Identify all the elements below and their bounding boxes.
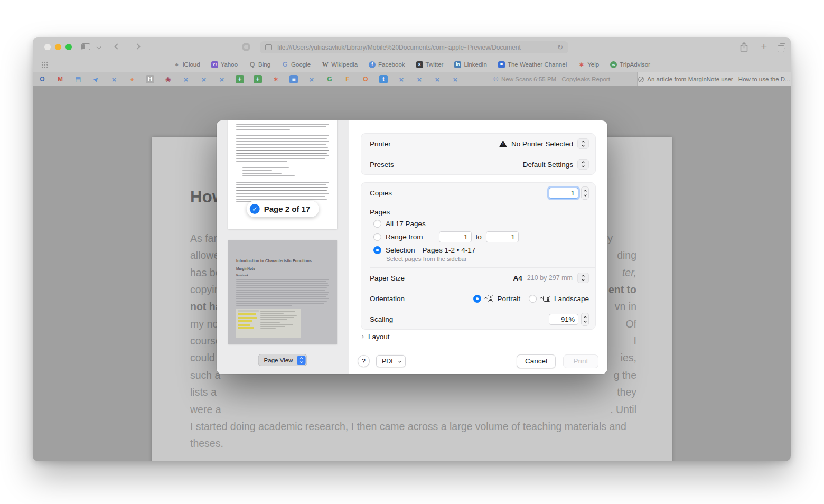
thumbnail-screenshot [236,309,301,338]
new-tab-icon[interactable]: + [761,40,767,53]
radio-all-pages[interactable] [373,220,381,228]
pinned-tab-site-x[interactable]: × [397,75,406,83]
pinned-tab-site-x[interactable]: × [451,75,460,83]
paper-size-value: A4 [513,274,522,282]
print-button[interactable]: Print [563,354,598,368]
text-line-placeholder [236,126,326,127]
text-line-placeholder [236,147,328,148]
pinned-tab-orange-dot[interactable]: ● [128,75,136,83]
page-indicator-text: Page 2 of 17 [264,204,311,213]
text-line-placeholder [236,290,325,291]
scaling-stepper[interactable] [581,313,589,326]
address-bar[interactable]: file:///Users/yuliiasavliuk/Library/Mobi… [260,41,568,53]
icloud-icon: ● [173,61,180,68]
tab-title: New Scans 6:55 PM - Copyleaks Report [501,76,610,82]
favorite-linkedin[interactable]: inLinkedIn [454,61,486,68]
presets-stepper[interactable] [577,159,589,170]
sidebar-toggle-icon[interactable] [81,43,90,50]
cancel-button[interactable]: Cancel [517,354,556,368]
favorite-google[interactable]: GGoogle [282,61,311,68]
selection-value: Pages 1-2 • 4-17 [423,246,476,254]
range-from-input[interactable]: 1 [439,231,472,242]
back-icon[interactable] [114,43,120,49]
text-line-placeholder [236,138,327,139]
text-line-placeholder [242,167,289,168]
close-window-button[interactable] [44,44,51,50]
pinned-tab-green-plus[interactable]: + [236,75,244,83]
favorite-tripadvisor[interactable]: ∞TripAdvisor [610,61,650,68]
range-label: Range from [386,233,423,241]
text-line-placeholder [260,317,294,318]
paper-size-stepper[interactable] [577,273,589,283]
copies-stepper[interactable] [581,186,589,200]
extension-icon[interactable] [242,43,250,51]
scaling-input[interactable]: 91% [549,314,578,325]
printer-stepper[interactable] [577,138,589,149]
text-line-placeholder [260,322,280,323]
radio-landscape[interactable] [529,295,537,303]
favorite-twitter[interactable]: XTwitter [416,61,444,68]
favorite-icloud[interactable]: ●iCloud [173,61,200,68]
minimize-window-button[interactable] [55,44,61,50]
forward-icon[interactable] [134,43,140,49]
pinned-tab-gmail[interactable]: M [56,75,64,83]
pinned-tab-site-x[interactable]: × [307,75,316,83]
favorites-grid-icon[interactable] [41,61,48,68]
help-button[interactable]: ? [358,355,370,367]
pinned-tab-site-x[interactable]: × [218,75,226,83]
pinned-tab-list[interactable]: ≡ [289,75,298,83]
favorite-weather-channel[interactable]: =The Weather Channel [498,61,567,68]
portrait-icon [488,295,493,302]
tab-marginnote-article-active[interactable]: An article from MarginNote user - How to… [637,72,791,86]
wikipedia-icon: W [322,61,329,68]
favorite-wikipedia[interactable]: WWikipedia [322,61,358,68]
pinned-tab-t-square[interactable]: t [379,75,388,83]
website-settings-icon[interactable] [265,44,272,50]
pinned-tab-h-square[interactable]: H [146,75,154,83]
pdf-dropdown-button[interactable]: PDF [376,355,406,367]
tab-copyleaks-report[interactable]: © New Scans 6:55 PM - Copyleaks Report [466,72,637,86]
share-icon[interactable] [739,42,748,54]
pinned-tab-site-x[interactable]: × [110,75,118,83]
pinned-tab-site-x[interactable]: × [182,75,190,83]
favorite-facebook[interactable]: fFacebook [369,61,405,68]
zoom-window-button[interactable] [65,44,72,50]
text-line-placeholder [260,328,276,329]
highlight-row-placeholder [238,324,250,326]
radio-range[interactable] [373,233,381,241]
pinned-tab-plane[interactable]: ▶ [90,73,102,86]
copies-input[interactable]: 1 [549,188,578,199]
pinned-tab-site-x[interactable]: × [433,75,442,83]
tab-overview-icon[interactable] [780,43,785,49]
range-to-input[interactable]: 1 [486,231,519,242]
pinned-tab-f-multi[interactable]: F [343,75,352,83]
favorite-yelp[interactable]: ∗Yelp [578,61,599,68]
favorite-label: LinkedIn [464,61,486,68]
favorites-items: ●iCloudY!YahooQBingGGoogleWWikipediafFac… [64,57,759,72]
layout-disclosure[interactable]: Layout [361,330,390,343]
pinned-tab-opera[interactable]: O [38,75,46,83]
text-line-placeholder [260,321,296,322]
presets-label: Presets [370,161,394,169]
landscape-label: Landscape [554,295,589,303]
pinned-tab-site-x[interactable]: × [415,75,424,83]
radio-portrait[interactable] [473,295,481,303]
preview-thumbnail-page-3[interactable]: Introduction to Characteristic Functions… [228,240,337,344]
favorite-yahoo[interactable]: Y!Yahoo [211,61,238,68]
pinned-tab-green-plus[interactable]: + [254,75,262,83]
pinned-tab-asterisk[interactable]: ∗ [271,75,280,83]
sidebar-chevron-down-icon[interactable] [97,45,101,49]
printer-row: Printer ! No Printer Selected [361,134,595,154]
favorite-bing[interactable]: QBing [249,61,270,68]
pinned-tab-docs[interactable]: ▤ [74,75,82,83]
text-line-placeholder [236,193,329,194]
radio-selection[interactable] [373,246,381,254]
pinned-tab-g-green[interactable]: G [325,75,334,83]
page-view-popup[interactable]: Page View [258,354,307,366]
pinned-tab-o-orange[interactable]: O [361,75,370,83]
pinned-tab-site-x[interactable]: × [200,75,208,83]
pinned-tabs: OM▤▶×●H◉×××++∗≡×GFOt×××× [33,72,466,86]
reload-icon[interactable]: ↻ [557,44,563,51]
pinned-tab-maroon-dot[interactable]: ◉ [164,75,172,83]
text-line-placeholder [236,281,326,282]
